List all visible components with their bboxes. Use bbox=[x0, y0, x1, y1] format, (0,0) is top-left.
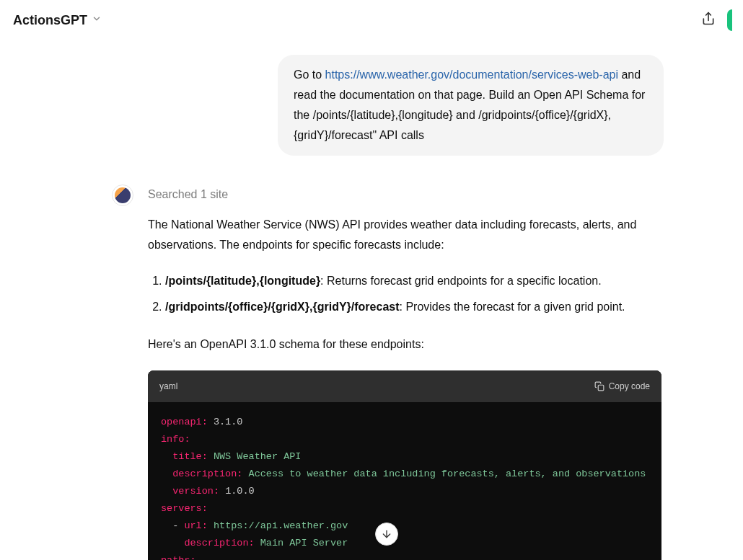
user-link[interactable]: https://www.weather.gov/documentation/se… bbox=[325, 68, 618, 81]
endpoint-path: /gridpoints/{office}/{gridX},{gridY}/for… bbox=[165, 301, 400, 313]
assistant-message-row: Searched 1 site The National Weather Ser… bbox=[0, 185, 743, 560]
app-title: ActionsGPT bbox=[13, 13, 87, 28]
endpoint-desc: : Returns forecast grid endpoints for a … bbox=[320, 275, 602, 287]
header: ActionsGPT bbox=[0, 0, 743, 40]
user-text-prefix: Go to bbox=[294, 68, 325, 81]
code-block: yaml Copy code openapi: 3.1.0 info: titl… bbox=[148, 370, 661, 560]
endpoint-path: /points/{latitude},{longitude} bbox=[165, 275, 320, 287]
copy-code-button[interactable]: Copy code bbox=[594, 376, 650, 396]
code-header: yaml Copy code bbox=[148, 370, 661, 402]
user-message: Go to https://www.weather.gov/documentat… bbox=[278, 55, 664, 156]
list-item: /points/{latitude},{longitude}: Returns … bbox=[165, 271, 664, 291]
copy-icon bbox=[594, 381, 604, 391]
user-message-row: Go to https://www.weather.gov/documentat… bbox=[0, 55, 743, 156]
endpoint-list: /points/{latitude},{longitude}: Returns … bbox=[148, 271, 664, 317]
model-switcher[interactable]: ActionsGPT bbox=[13, 13, 102, 28]
svg-rect-1 bbox=[598, 385, 604, 391]
assistant-intro: The National Weather Service (NWS) API p… bbox=[148, 215, 664, 255]
share-icon[interactable] bbox=[701, 12, 716, 29]
assistant-outro: Here's an OpenAPI 3.1.0 schema for these… bbox=[148, 334, 664, 355]
search-status: Searched 1 site bbox=[148, 185, 664, 205]
code-content: openapi: 3.1.0 info: title: NWS Weather … bbox=[148, 402, 661, 560]
conversation: Go to https://www.weather.gov/documentat… bbox=[0, 40, 743, 560]
arrow-down-icon bbox=[381, 528, 392, 540]
code-lang-label: yaml bbox=[159, 376, 177, 396]
copy-code-label: Copy code bbox=[609, 376, 650, 396]
scroll-to-bottom-button[interactable] bbox=[375, 523, 398, 546]
assistant-avatar bbox=[112, 185, 133, 206]
chevron-down-icon bbox=[92, 14, 102, 27]
assistant-message: Searched 1 site The National Weather Ser… bbox=[148, 185, 664, 560]
endpoint-desc: : Provides the forecast for a given grid… bbox=[400, 301, 625, 313]
header-actions bbox=[701, 9, 730, 31]
assistant-avatar-icon bbox=[115, 187, 131, 203]
user-avatar[interactable] bbox=[727, 9, 732, 31]
list-item: /gridpoints/{office}/{gridX},{gridY}/for… bbox=[165, 297, 664, 317]
